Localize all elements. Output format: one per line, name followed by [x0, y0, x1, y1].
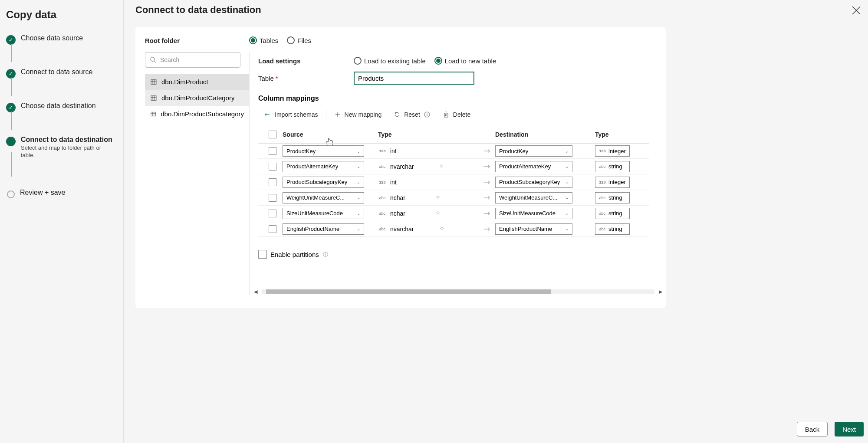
type-badge-icon: abc [378, 226, 387, 232]
tree-item-dimproductcategory[interactable]: dbo.DimProductCategory [145, 90, 249, 106]
mapping-row: EnglishProductName⌄abcnvarcharEnglishPro… [258, 221, 649, 237]
step-choose-data-source[interactable]: ✓ Choose data source [6, 32, 117, 47]
row-checkbox[interactable] [269, 163, 276, 171]
radio-label: Load to new table [445, 57, 496, 65]
load-settings-label: Load settings [258, 57, 341, 65]
radio-load-existing[interactable]: Load to existing table [354, 57, 426, 65]
step-review-save[interactable]: Review + save [6, 186, 117, 201]
destination-dropdown[interactable]: EnglishProductName⌄ [495, 223, 572, 235]
scroll-left-arrow[interactable]: ◀ [254, 289, 257, 295]
separator [326, 110, 326, 119]
type-badge-icon: abc [598, 211, 607, 216]
expand-icon[interactable] [439, 164, 445, 170]
sidebar-title: Copy data [6, 9, 117, 21]
tree-item-dimproduct[interactable]: dbo.DimProduct [145, 74, 249, 90]
col-header-dtype: Type [595, 131, 647, 138]
source-dropdown[interactable]: ProductAlternateKey⌄ [283, 161, 364, 172]
arrow-right-icon [483, 226, 491, 232]
svg-point-35 [325, 253, 326, 253]
row-checkbox[interactable] [269, 210, 276, 217]
search-input[interactable]: Search [145, 52, 240, 68]
dest-type-dropdown[interactable]: abcstring [595, 161, 630, 172]
type-label: nchar [390, 210, 405, 217]
wizard-footer: Back Next [797, 422, 864, 436]
table-name-input[interactable] [354, 72, 474, 85]
next-button[interactable]: Next [835, 422, 864, 436]
destination-dropdown[interactable]: ProductKey⌄ [495, 145, 572, 157]
source-dropdown[interactable]: SizeUnitMeasureCode⌄ [283, 208, 364, 219]
radio-load-new[interactable]: Load to new table [434, 57, 496, 65]
new-mapping-button[interactable]: New mapping [328, 107, 388, 122]
radio-tables[interactable]: Tables [249, 36, 278, 44]
horizontal-scrollbar[interactable]: ◀ ▶ [254, 289, 662, 294]
dest-type-dropdown[interactable]: abcstring [595, 223, 630, 235]
chevron-down-icon: ⌄ [357, 226, 360, 231]
step-connect-data-source[interactable]: ✓ Connect to data source [6, 66, 117, 81]
enable-partitions-checkbox[interactable] [258, 250, 267, 259]
scroll-thumb[interactable] [266, 289, 551, 294]
delete-button[interactable]: Delete [437, 107, 477, 122]
dest-type-dropdown[interactable]: abcstring [595, 208, 630, 219]
svg-line-3 [154, 61, 156, 62]
wizard-sidebar: Copy data ✓ Choose data source ✓ Connect… [0, 0, 124, 443]
type-label: int [390, 179, 397, 186]
mappings-table: Source Type Destination Type ProductKey⌄… [258, 126, 649, 237]
dtype-label: integer [608, 148, 626, 154]
chevron-down-icon: ⌄ [357, 149, 360, 154]
btn-label: New mapping [345, 111, 382, 118]
check-icon: ✓ [6, 69, 16, 79]
row-checkbox[interactable] [269, 225, 276, 233]
check-icon: ✓ [6, 103, 16, 112]
source-dropdown[interactable]: ProductSubcategoryKey⌄ [283, 177, 364, 188]
chevron-down-icon: ⌄ [565, 211, 569, 216]
select-all-checkbox[interactable] [269, 131, 276, 138]
destination-dropdown[interactable]: SizeUnitMeasureCode⌄ [495, 208, 572, 219]
svg-rect-8 [151, 95, 156, 100]
radio-files[interactable]: Files [287, 36, 311, 44]
mapping-row: SizeUnitMeasureCode⌄abcncharSizeUnitMeas… [258, 206, 649, 221]
reset-button[interactable]: Reset [388, 107, 437, 122]
import-schemas-button[interactable]: Import schemas [258, 107, 324, 122]
mapping-row: WeightUnitMeasureC...⌄abcncharWeightUnit… [258, 190, 649, 206]
arrow-right-icon [483, 179, 491, 185]
row-checkbox[interactable] [269, 147, 276, 155]
type-badge-icon: abc [378, 211, 387, 216]
row-checkbox[interactable] [269, 194, 276, 202]
back-button[interactable]: Back [797, 422, 828, 436]
enable-partitions-row: Enable partitions [258, 250, 666, 259]
chevron-down-icon: ⌄ [357, 211, 360, 216]
scroll-track[interactable] [262, 289, 654, 294]
dest-type-dropdown[interactable]: 123integer [595, 177, 630, 188]
table-icon [150, 111, 156, 118]
source-dropdown[interactable]: WeightUnitMeasureC...⌄ [283, 192, 364, 203]
chevron-down-icon: ⌄ [565, 195, 569, 200]
btn-label: Import schemas [275, 111, 318, 118]
expand-icon[interactable] [435, 195, 441, 201]
radio-unchecked-icon [354, 57, 362, 65]
type-label: int [390, 148, 397, 154]
dest-type-dropdown[interactable]: abcstring [595, 192, 630, 203]
dtype-label: string [608, 163, 622, 170]
destination-dropdown[interactable]: ProductAlternateKey⌄ [495, 161, 572, 172]
radio-checked-icon [249, 36, 257, 44]
svg-point-21 [427, 113, 427, 113]
tree-item-dimproductsubcategory[interactable]: dbo.DimProductSubcategory [145, 106, 249, 122]
step-sublabel: Select and map to folder path or table. [21, 144, 108, 159]
expand-icon[interactable] [439, 226, 445, 232]
scroll-right-arrow[interactable]: ▶ [659, 289, 662, 295]
arrow-right-icon [483, 210, 491, 217]
arrow-right-icon [483, 195, 491, 201]
destination-dropdown[interactable]: WeightUnitMeasureC...⌄ [495, 192, 572, 203]
close-button[interactable] [851, 5, 861, 16]
step-choose-data-destination[interactable]: ✓ Choose data destination [6, 99, 117, 115]
row-checkbox[interactable] [269, 178, 276, 186]
info-icon [322, 251, 329, 257]
chevron-down-icon: ⌄ [357, 195, 360, 200]
expand-icon[interactable] [435, 210, 441, 217]
step-connect-data-destination[interactable]: Connect to data destination Select and m… [6, 133, 117, 162]
destination-dropdown[interactable]: ProductSubcategoryKey⌄ [495, 177, 572, 188]
source-dropdown[interactable]: EnglishProductName⌄ [283, 223, 364, 235]
radio-label: Files [297, 37, 311, 44]
source-dropdown[interactable]: ProductKey⌄ [283, 145, 364, 157]
dest-type-dropdown[interactable]: 123integer [595, 145, 630, 157]
